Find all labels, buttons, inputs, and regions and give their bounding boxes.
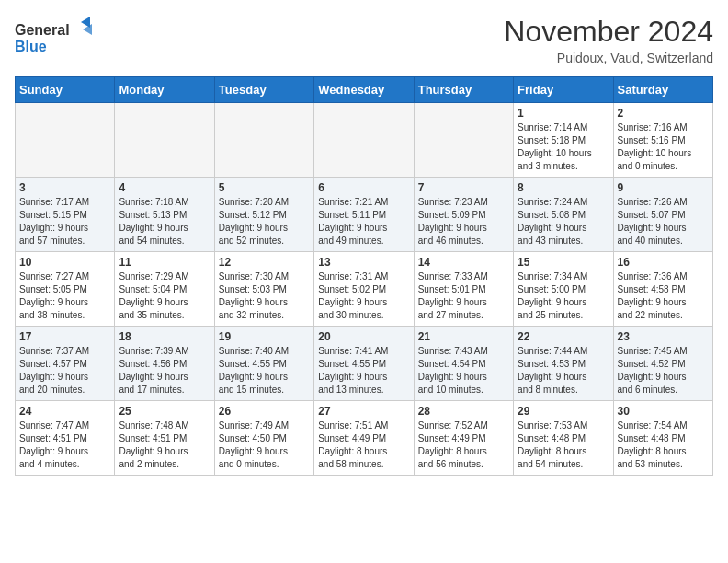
col-thursday: Thursday — [414, 77, 513, 103]
day-number: 10 — [19, 256, 110, 269]
calendar-cell — [414, 103, 513, 178]
svg-text:General: General — [15, 22, 70, 38]
calendar-cell: 29Sunrise: 7:53 AM Sunset: 4:48 PM Dayli… — [514, 401, 613, 476]
calendar-week-1: 1Sunrise: 7:14 AM Sunset: 5:18 PM Daylig… — [16, 103, 713, 178]
day-number: 18 — [119, 330, 210, 343]
calendar-cell: 26Sunrise: 7:49 AM Sunset: 4:50 PM Dayli… — [214, 401, 313, 476]
page-header: General Blue November 2024 Puidoux, Vaud… — [15, 15, 713, 65]
day-number: 29 — [518, 405, 609, 418]
title-block: November 2024 Puidoux, Vaud, Switzerland — [504, 15, 713, 65]
day-number: 22 — [518, 330, 609, 343]
col-tuesday: Tuesday — [214, 77, 313, 103]
calendar-cell: 17Sunrise: 7:37 AM Sunset: 4:57 PM Dayli… — [16, 327, 115, 401]
month-title: November 2024 — [504, 15, 713, 49]
col-wednesday: Wednesday — [314, 77, 414, 103]
day-info: Sunrise: 7:17 AM Sunset: 5:15 PM Dayligh… — [19, 196, 110, 247]
calendar-cell: 24Sunrise: 7:47 AM Sunset: 4:51 PM Dayli… — [16, 401, 115, 476]
calendar-cell: 23Sunrise: 7:45 AM Sunset: 4:52 PM Dayli… — [613, 327, 712, 401]
logo: General Blue — [15, 15, 97, 59]
day-number: 16 — [618, 256, 709, 269]
day-number: 14 — [418, 256, 509, 269]
day-info: Sunrise: 7:41 AM Sunset: 4:55 PM Dayligh… — [318, 345, 409, 396]
day-number: 8 — [518, 181, 609, 194]
day-info: Sunrise: 7:31 AM Sunset: 5:02 PM Dayligh… — [318, 270, 409, 322]
calendar-cell — [115, 103, 214, 178]
day-info: Sunrise: 7:45 AM Sunset: 4:52 PM Dayligh… — [618, 345, 709, 396]
day-info: Sunrise: 7:29 AM Sunset: 5:04 PM Dayligh… — [119, 270, 210, 322]
calendar-cell: 18Sunrise: 7:39 AM Sunset: 4:56 PM Dayli… — [115, 327, 214, 401]
day-number: 4 — [119, 181, 210, 194]
calendar-cell: 5Sunrise: 7:20 AM Sunset: 5:12 PM Daylig… — [214, 178, 313, 252]
calendar-cell: 20Sunrise: 7:41 AM Sunset: 4:55 PM Dayli… — [314, 327, 414, 401]
day-info: Sunrise: 7:30 AM Sunset: 5:03 PM Dayligh… — [219, 270, 310, 322]
day-number: 7 — [418, 181, 509, 194]
calendar-cell: 9Sunrise: 7:26 AM Sunset: 5:07 PM Daylig… — [613, 178, 712, 252]
calendar-cell: 21Sunrise: 7:43 AM Sunset: 4:54 PM Dayli… — [414, 327, 513, 401]
calendar-cell: 30Sunrise: 7:54 AM Sunset: 4:48 PM Dayli… — [613, 401, 712, 476]
calendar-cell — [314, 103, 414, 178]
day-number: 15 — [518, 256, 609, 269]
col-saturday: Saturday — [613, 77, 712, 103]
day-info: Sunrise: 7:14 AM Sunset: 5:18 PM Dayligh… — [518, 121, 609, 173]
calendar-week-2: 3Sunrise: 7:17 AM Sunset: 5:15 PM Daylig… — [16, 178, 713, 252]
calendar-week-5: 24Sunrise: 7:47 AM Sunset: 4:51 PM Dayli… — [16, 401, 713, 476]
day-info: Sunrise: 7:48 AM Sunset: 4:51 PM Dayligh… — [119, 419, 210, 471]
day-number: 12 — [219, 256, 310, 269]
day-number: 24 — [19, 405, 110, 418]
day-number: 21 — [418, 330, 509, 343]
page-container: General Blue November 2024 Puidoux, Vaud… — [0, 0, 728, 490]
day-number: 11 — [119, 256, 210, 269]
day-info: Sunrise: 7:43 AM Sunset: 4:54 PM Dayligh… — [418, 345, 509, 396]
day-info: Sunrise: 7:34 AM Sunset: 5:00 PM Dayligh… — [518, 270, 609, 322]
calendar-header-row: Sunday Monday Tuesday Wednesday Thursday… — [16, 77, 713, 103]
day-number: 25 — [119, 405, 210, 418]
day-info: Sunrise: 7:52 AM Sunset: 4:49 PM Dayligh… — [418, 419, 509, 471]
location: Puidoux, Vaud, Switzerland — [504, 51, 713, 65]
day-info: Sunrise: 7:37 AM Sunset: 4:57 PM Dayligh… — [19, 345, 110, 396]
day-number: 27 — [318, 405, 409, 418]
calendar-cell: 25Sunrise: 7:48 AM Sunset: 4:51 PM Dayli… — [115, 401, 214, 476]
day-number: 9 — [618, 181, 709, 194]
day-info: Sunrise: 7:40 AM Sunset: 4:55 PM Dayligh… — [219, 345, 310, 396]
calendar-cell: 27Sunrise: 7:51 AM Sunset: 4:49 PM Dayli… — [314, 401, 414, 476]
day-info: Sunrise: 7:20 AM Sunset: 5:12 PM Dayligh… — [219, 196, 310, 247]
day-info: Sunrise: 7:33 AM Sunset: 5:01 PM Dayligh… — [418, 270, 509, 322]
calendar-cell: 14Sunrise: 7:33 AM Sunset: 5:01 PM Dayli… — [414, 252, 513, 327]
day-number: 5 — [219, 181, 310, 194]
day-number: 17 — [19, 330, 110, 343]
day-info: Sunrise: 7:18 AM Sunset: 5:13 PM Dayligh… — [119, 196, 210, 247]
calendar-cell: 28Sunrise: 7:52 AM Sunset: 4:49 PM Dayli… — [414, 401, 513, 476]
calendar-cell — [16, 103, 115, 178]
day-number: 19 — [219, 330, 310, 343]
day-number: 20 — [318, 330, 409, 343]
day-number: 23 — [618, 330, 709, 343]
col-friday: Friday — [514, 77, 613, 103]
calendar-cell: 11Sunrise: 7:29 AM Sunset: 5:04 PM Dayli… — [115, 252, 214, 327]
day-number: 26 — [219, 405, 310, 418]
col-monday: Monday — [115, 77, 214, 103]
day-info: Sunrise: 7:51 AM Sunset: 4:49 PM Dayligh… — [318, 419, 409, 471]
day-info: Sunrise: 7:21 AM Sunset: 5:11 PM Dayligh… — [318, 196, 409, 247]
calendar-cell: 2Sunrise: 7:16 AM Sunset: 5:16 PM Daylig… — [613, 103, 712, 178]
day-info: Sunrise: 7:44 AM Sunset: 4:53 PM Dayligh… — [518, 345, 609, 396]
calendar-cell: 3Sunrise: 7:17 AM Sunset: 5:15 PM Daylig… — [16, 178, 115, 252]
day-number: 2 — [618, 107, 709, 120]
day-info: Sunrise: 7:26 AM Sunset: 5:07 PM Dayligh… — [618, 196, 709, 247]
day-info: Sunrise: 7:39 AM Sunset: 4:56 PM Dayligh… — [119, 345, 210, 396]
calendar-cell: 4Sunrise: 7:18 AM Sunset: 5:13 PM Daylig… — [115, 178, 214, 252]
col-sunday: Sunday — [16, 77, 115, 103]
calendar-table: Sunday Monday Tuesday Wednesday Thursday… — [15, 76, 713, 476]
day-number: 30 — [618, 405, 709, 418]
day-info: Sunrise: 7:49 AM Sunset: 4:50 PM Dayligh… — [219, 419, 310, 471]
day-info: Sunrise: 7:16 AM Sunset: 5:16 PM Dayligh… — [618, 121, 709, 173]
logo-text: General Blue — [15, 15, 97, 59]
calendar-week-4: 17Sunrise: 7:37 AM Sunset: 4:57 PM Dayli… — [16, 327, 713, 401]
calendar-cell: 19Sunrise: 7:40 AM Sunset: 4:55 PM Dayli… — [214, 327, 313, 401]
calendar-cell: 13Sunrise: 7:31 AM Sunset: 5:02 PM Dayli… — [314, 252, 414, 327]
day-number: 28 — [418, 405, 509, 418]
calendar-cell: 12Sunrise: 7:30 AM Sunset: 5:03 PM Dayli… — [214, 252, 313, 327]
day-info: Sunrise: 7:24 AM Sunset: 5:08 PM Dayligh… — [518, 196, 609, 247]
day-number: 13 — [318, 256, 409, 269]
svg-text:Blue: Blue — [15, 39, 47, 54]
day-number: 1 — [518, 107, 609, 120]
